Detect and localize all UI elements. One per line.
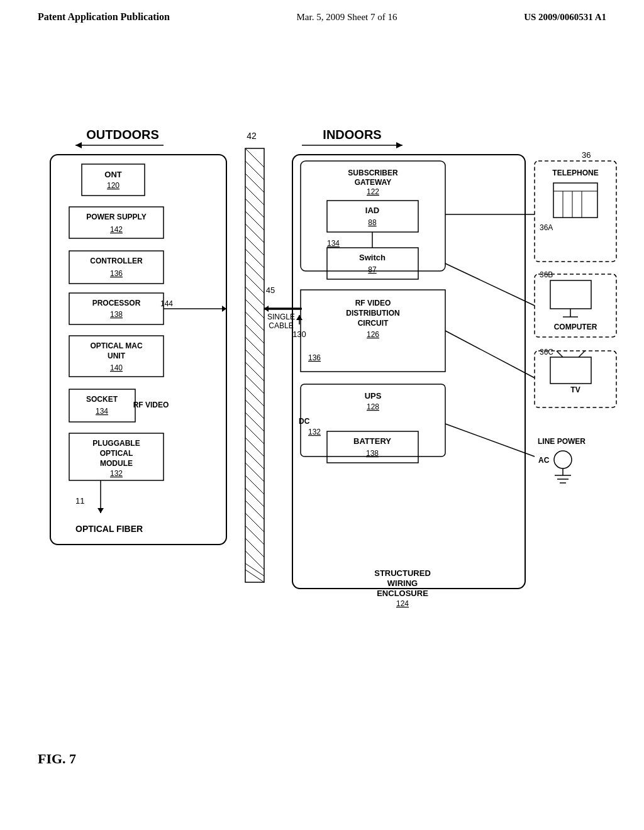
pluggable-label2: OPTICAL [100, 449, 133, 458]
svg-rect-67 [553, 183, 597, 218]
controller-number: 136 [110, 269, 123, 278]
iad-number: 88 [368, 218, 377, 227]
rf-video-dist-label3: CIRCUIT [358, 319, 389, 328]
arrow-number-130: 130 [292, 329, 306, 339]
dc-label: DC [299, 417, 310, 426]
patent-number-label: US 2009/0060531 A1 [524, 12, 606, 23]
svg-rect-76 [535, 351, 616, 407]
computer-number: 36B [540, 270, 553, 279]
switch-number: 87 [368, 265, 377, 274]
outdoors-label: OUTDOORS [86, 128, 159, 141]
ups-number: 128 [367, 402, 379, 411]
optical-mac-label1: OPTICAL MAC [90, 341, 142, 350]
controller-label: CONTROLLER [90, 257, 143, 265]
svg-rect-73 [550, 280, 591, 309]
svg-rect-48 [69, 389, 135, 422]
ac-label: AC [538, 456, 550, 465]
pluggable-label3: MODULE [100, 459, 133, 468]
struct-wiring-label1: STRUCTURED [374, 568, 431, 578]
switch-box-number: 134 [327, 239, 340, 248]
rf-video-dist-number: 126 [367, 330, 379, 339]
battery-label: BATTERY [353, 436, 391, 446]
struct-wiring-number: 124 [396, 599, 409, 608]
sub-gateway-label2: GATEWAY [355, 178, 392, 187]
pluggable-number: 132 [110, 469, 123, 478]
svg-line-86 [445, 263, 535, 306]
telephone-label: TELEPHONE [552, 169, 598, 177]
patent-diagram: OUTDOORS INDOORS 42 [0, 29, 644, 721]
socket-label: SOCKET [86, 395, 118, 404]
single-cable-label1: SINGLE [267, 313, 295, 321]
wall-number: 42 [247, 131, 257, 141]
svg-marker-46 [222, 306, 226, 312]
single-cable-label2: CABLE [269, 321, 293, 330]
date-sheet-label: Mar. 5, 2009 Sheet 7 of 16 [296, 12, 397, 23]
line-power-label: LINE POWER [538, 437, 586, 446]
rf-video-dist-label2: DISTRIBUTION [346, 309, 399, 318]
svg-line-87 [445, 331, 535, 378]
diagram-area: OUTDOORS INDOORS 42 [0, 29, 644, 721]
svg-line-79 [579, 351, 585, 357]
fiber-number: 11 [75, 496, 84, 506]
telephone-sub-label: 36A [540, 223, 553, 232]
svg-marker-51 [97, 508, 104, 513]
svg-rect-44 [69, 293, 164, 324]
computer-label: COMPUTER [554, 323, 597, 331]
cable-number-45: 45 [266, 285, 275, 295]
processor-label: PROCESSOR [92, 299, 141, 307]
svg-line-78 [557, 351, 563, 357]
power-supply-label: POWER SUPPLY [86, 213, 147, 221]
svg-point-80 [554, 451, 572, 468]
sub-gateway-number: 122 [367, 187, 379, 196]
svg-marker-56 [296, 315, 303, 320]
tv-label: TV [570, 385, 580, 394]
processor-number: 138 [110, 310, 123, 319]
dc-connector: 132 [308, 428, 321, 436]
struct-wiring-label2: WIRING [387, 578, 418, 588]
publication-label: Patent Application Publication [38, 11, 170, 23]
iad-label: IAD [365, 206, 379, 215]
optical-mac-label2: UNIT [108, 351, 126, 360]
tv-number: 36C [540, 348, 553, 357]
telephone-number: 36 [582, 150, 591, 160]
ups-label: UPS [365, 391, 382, 401]
power-supply-number: 142 [110, 225, 123, 234]
switch-label: Switch [359, 253, 386, 262]
svg-rect-77 [550, 357, 591, 384]
socket-number: 134 [96, 407, 108, 416]
svg-line-88 [445, 424, 535, 456]
struct-wiring-label3: ENCLOSURE [377, 589, 428, 598]
rf-dist-box-number: 136 [308, 353, 321, 362]
rf-video-dist-label1: RF VIDEO [355, 299, 391, 307]
figure-label: FIG. 7 [38, 751, 76, 767]
battery-number: 138 [366, 449, 379, 458]
rf-video-label: RF VIDEO [133, 401, 169, 409]
svg-rect-41 [82, 164, 145, 196]
page-header: Patent Application Publication Mar. 5, 2… [0, 0, 644, 23]
svg-rect-43 [69, 251, 164, 284]
ont-number: 120 [107, 181, 119, 190]
optical-mac-number: 140 [110, 363, 123, 372]
optical-fiber-label: OPTICAL FIBER [75, 524, 143, 534]
sub-gateway-label1: SUBSCRIBER [348, 169, 398, 177]
proc-connector: 144 [160, 299, 173, 308]
indoors-label: INDOORS [323, 128, 381, 141]
svg-marker-3 [396, 142, 402, 148]
pluggable-label1: PLUGGABLE [92, 439, 140, 448]
svg-marker-1 [75, 142, 82, 148]
ont-label: ONT [104, 170, 122, 179]
